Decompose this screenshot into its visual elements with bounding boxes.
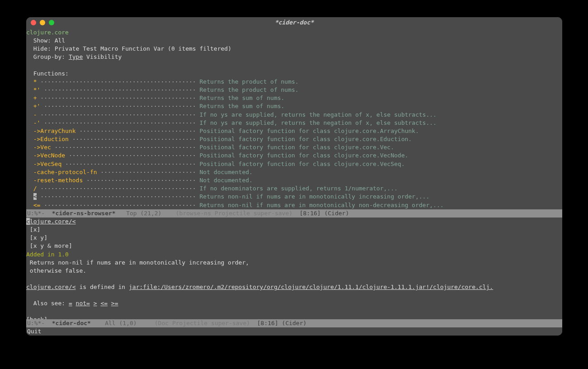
modeline-top: U:%*- *cider-ns-browser* Top (21,2) (bro… <box>26 209 562 218</box>
modeline-prefix: U:%*- <box>27 320 52 326</box>
fn-doc: Positional factory function for class cl… <box>200 152 409 159</box>
docstring: otherwise false. <box>26 267 86 274</box>
titlebar: *cider-doc* <box>26 17 562 28</box>
arity: [x] <box>26 226 40 233</box>
fn-row[interactable]: -cache-protocol-fn ·····················… <box>26 168 562 176</box>
group-by-visibility[interactable]: Visibility <box>83 53 122 60</box>
doc-symbol[interactable]: lojure.core/< <box>30 218 76 225</box>
docstring: Returns non-nil if nums are in monotonic… <box>26 259 249 266</box>
window-controls <box>31 20 54 25</box>
fn-row[interactable]: * ······································… <box>26 78 562 86</box>
hide-value[interactable]: Private Test Macro Function Var (0 items… <box>55 45 231 52</box>
fn-row[interactable]: < ······································… <box>26 193 562 201</box>
fn-name[interactable]: ->VecNode <box>33 152 65 159</box>
namespace[interactable]: clojure.core <box>26 29 69 36</box>
fn-row[interactable]: -' ·····································… <box>26 119 562 127</box>
fn-row[interactable]: / ······································… <box>26 184 562 193</box>
fn-doc: Positional factory function for class cl… <box>200 136 412 142</box>
fn-row[interactable]: <= ·····································… <box>26 201 562 209</box>
arity: [x y] <box>26 234 47 241</box>
fn-doc: Positional factory function for class cl… <box>200 128 419 134</box>
modeline-pos: All (1,0) <box>91 320 155 326</box>
see-also-link[interactable]: = <box>69 300 72 307</box>
added-in: Added in 1.0 <box>26 251 69 258</box>
modeline-tail: [8:16] (Cider) <box>292 210 349 217</box>
fn-name[interactable]: *' <box>33 86 41 93</box>
show-value[interactable]: All <box>55 37 65 44</box>
minimize-icon[interactable] <box>40 20 45 25</box>
fn-name[interactable]: ->ArrayChunk <box>33 128 76 134</box>
see-also-link[interactable]: >= <box>111 300 118 307</box>
fn-name[interactable]: +' <box>33 103 41 109</box>
fn-name[interactable]: ->VecSeq <box>33 161 62 167</box>
see-also-link[interactable]: not= <box>76 300 90 307</box>
modeline-modes: (browse-ns Projectile super-save) <box>176 210 292 217</box>
fn-doc: Returns the product of nums. <box>200 86 299 93</box>
fn-name[interactable]: ->Eduction <box>33 136 69 142</box>
source-link[interactable]: jar:file:/Users/zromero/.m2/repository/o… <box>129 284 493 290</box>
cursor: c <box>26 218 30 225</box>
defined-symbol[interactable]: clojure.core/< <box>26 284 76 290</box>
emacs-window: *cider-doc* clojure.core Show: All Hide:… <box>26 17 562 336</box>
fn-doc: Returns non-nil if nums are in monotonic… <box>200 193 430 200</box>
modeline-buffer: *cider-ns-browser* <box>52 210 116 217</box>
fn-row[interactable]: -reset-methods ·························… <box>26 176 562 184</box>
fn-name[interactable]: <= <box>33 202 41 208</box>
fn-row[interactable]: ->ArrayChunk ···························… <box>26 127 562 135</box>
fn-name[interactable]: -cache-protocol-fn <box>33 169 97 175</box>
fn-doc: Not documented. <box>200 177 253 184</box>
functions-heading: Functions: <box>26 70 69 77</box>
fn-row[interactable]: ->VecSeq ·······························… <box>26 160 562 168</box>
fn-row[interactable]: ->Vec ··································… <box>26 143 562 151</box>
fn-doc: Positional factory function for class cl… <box>200 161 405 167</box>
modeline-pos: Top (21,2) <box>116 210 176 217</box>
fn-doc: Returns non-nil if nums are in monotonic… <box>200 202 444 208</box>
fn-row[interactable]: - ······································… <box>26 111 562 119</box>
fn-row[interactable]: +' ·····································… <box>26 102 562 110</box>
echo-area: Quit <box>26 327 562 336</box>
fn-row[interactable]: ->VecNode ······························… <box>26 151 562 160</box>
modeline-tail: [8:16] (Cider) <box>250 320 306 326</box>
fn-doc: Not documented. <box>200 169 253 175</box>
fn-row[interactable]: ->Eduction ·····························… <box>26 135 562 143</box>
modeline-modes: (Doc Projectile super-save) <box>155 320 250 326</box>
modeline-bottom: U:%*- *cider-doc* All (1,0) (Doc Project… <box>26 319 562 327</box>
see-also-link[interactable]: > <box>94 300 97 307</box>
fn-doc: If no ys are supplied, returns the negat… <box>200 119 437 126</box>
maximize-icon[interactable] <box>49 20 54 25</box>
close-icon[interactable] <box>31 20 36 25</box>
fn-name[interactable]: -reset-methods <box>33 177 83 184</box>
arity: [x y & more] <box>26 242 72 249</box>
fn-row[interactable]: *' ·····································… <box>26 86 562 94</box>
modeline-buffer: *cider-doc* <box>52 320 91 326</box>
fn-doc: Returns the sum of nums. <box>200 95 285 101</box>
fn-doc: If no denominators are supplied, returns… <box>200 185 398 192</box>
fn-name[interactable]: -' <box>33 119 41 126</box>
group-by-type[interactable]: Type <box>69 53 83 60</box>
also-see-label: Also see: <box>26 300 69 307</box>
fn-doc: Returns the sum of nums. <box>200 103 285 109</box>
cider-doc-pane[interactable]: clojure.core/< [x] [x y] [x y & more]Add… <box>26 218 562 319</box>
see-also-link[interactable]: <= <box>100 300 108 307</box>
fn-name[interactable]: ->Vec <box>33 144 51 151</box>
fn-doc: If no ys are supplied, returns the negat… <box>200 111 437 118</box>
window-title: *cider-doc* <box>26 19 562 27</box>
fn-doc: Returns the product of nums. <box>200 78 299 85</box>
ns-browser-pane[interactable]: clojure.core Show: All Hide: Private Tes… <box>26 28 562 209</box>
fn-doc: Positional factory function for class cl… <box>200 144 394 151</box>
fn-row[interactable]: + ······································… <box>26 94 562 102</box>
modeline-prefix: U:%*- <box>27 210 52 217</box>
